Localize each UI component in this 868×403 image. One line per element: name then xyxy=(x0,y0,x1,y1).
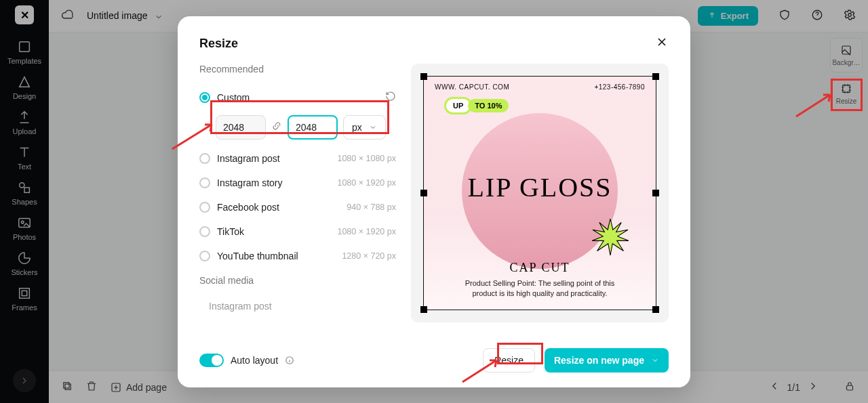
chevron-down-icon xyxy=(651,356,659,364)
radio-option[interactable] xyxy=(199,153,210,164)
preview-headline: LIP GLOSS xyxy=(424,171,656,203)
annotation-box xyxy=(210,100,389,134)
section-recommended: Recommended xyxy=(199,64,396,75)
annotation-arrow xyxy=(171,121,220,153)
social-option[interactable]: Instagram post xyxy=(199,295,396,312)
annotation-arrow xyxy=(795,88,844,121)
annotation-arrow xyxy=(461,354,510,386)
preview-phone: +123-456-7890 xyxy=(594,83,645,91)
radio-option[interactable] xyxy=(199,202,210,213)
info-icon xyxy=(285,356,294,365)
starburst-icon xyxy=(592,219,629,255)
resize-new-page-button[interactable]: Resize on new page xyxy=(545,348,669,373)
preview-desc: Product Selling Point: The selling point… xyxy=(424,278,656,299)
close-button[interactable] xyxy=(655,35,669,51)
resize-modal: Resize Recommended Custom 2048 2048 px xyxy=(178,16,690,387)
radio-option[interactable] xyxy=(199,251,210,261)
radio-option[interactable] xyxy=(199,226,210,237)
section-social: Social media xyxy=(199,275,396,286)
auto-layout-toggle[interactable]: Auto layout xyxy=(199,354,294,367)
preview-brand: CAP CUT xyxy=(424,261,656,275)
modal-title: Resize xyxy=(199,37,238,51)
radio-custom[interactable] xyxy=(199,92,210,103)
radio-option[interactable] xyxy=(199,177,210,188)
preview-canvas: WWW. CAPCUT. COM +123-456-7890 UP TO 10%… xyxy=(411,64,669,322)
preview-url: WWW. CAPCUT. COM xyxy=(435,83,509,91)
